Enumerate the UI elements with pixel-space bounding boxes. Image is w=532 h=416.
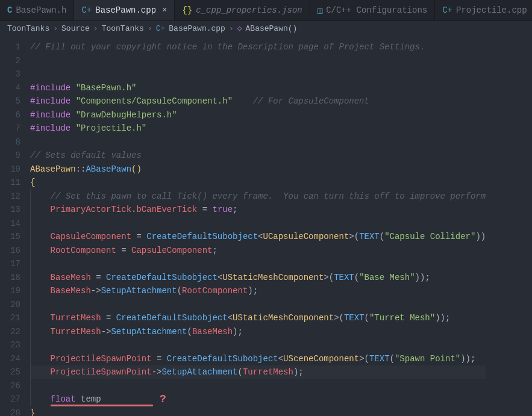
line-number: 20 [5,298,20,312]
line-number: 28 [5,406,20,417]
code-line[interactable]: BaseMesh->SetupAttachment(RootComponent)… [30,284,486,298]
breadcrumb-separator: › [93,24,98,33]
breadcrumb-icon: ◇ [237,23,242,33]
code-line[interactable]: TurretMesh = CreateDefaultSubobject<USta… [30,311,486,325]
code-line[interactable] [30,54,486,68]
code-line[interactable]: RootComponent = CapsuleComponent; [30,244,486,258]
tab-c-cpp-properties-json[interactable]: {}c_cpp_properties.json [175,0,310,20]
breadcrumb-separator: › [229,24,234,33]
line-number: 7 [5,122,20,135]
line-number: 4 [5,81,20,95]
line-number: 3 [5,67,20,81]
code-line[interactable]: #include "BasePawn.h" [30,81,486,95]
tab-label: C/C++ Configurations [326,5,427,15]
line-number: 14 [5,217,20,231]
line-number: 19 [5,284,20,298]
code-line[interactable]: #include "Components/CapsuleComponent.h"… [30,95,486,108]
tab-label: BasePawn.h [16,5,66,15]
line-number: 9 [5,149,20,163]
code-line[interactable] [30,257,486,271]
breadcrumb-item[interactable]: BasePawn.cpp [169,24,225,33]
code-line[interactable]: // Sets default values [30,149,486,163]
line-number: 23 [5,338,20,352]
breadcrumb-item[interactable]: Source [61,24,90,33]
code-line[interactable]: ProjectileSpawnPoint->SetupAttachment(Tu… [30,365,486,379]
line-number: 18 [5,271,20,285]
breadcrumb-item[interactable]: ABasePawn() [246,24,298,33]
code-line[interactable]: PrimaryActorTick.bCanEverTick = true; [30,203,486,217]
breadcrumb-separator: › [148,24,152,33]
code-line[interactable]: ProjectileSpawnPoint = CreateDefaultSubo… [30,352,486,366]
close-icon[interactable]: × [162,5,167,15]
tab-basepawn-cpp[interactable]: C+BasePawn.cpp× [74,0,175,20]
line-number: 26 [5,379,20,393]
file-type-icon: C+ [442,5,452,15]
tab-bar: CBasePawn.hC+BasePawn.cpp×{}c_cpp_proper… [0,0,532,21]
tab-label: BasePawn.cpp [95,5,156,15]
tab-label: Projectile.cpp [456,5,527,15]
code-line[interactable]: float temp? [30,393,486,406]
question-mark-annotation: ? [160,393,166,406]
code-line[interactable]: CapsuleComponent = CreateDefaultSubobjec… [30,230,486,244]
line-number: 17 [5,257,20,271]
code-line[interactable] [30,298,486,312]
code-line[interactable]: #include "DrawDebugHelpers.h" [30,108,486,122]
breadcrumb-item[interactable]: ToonTanks [102,24,144,33]
line-number: 15 [5,230,20,244]
code-line[interactable] [30,338,486,352]
file-type-icon: C+ [81,5,92,15]
line-number: 2 [5,54,20,68]
code-editor: 1234567891011121314151617181920212223242… [0,36,532,416]
line-number: 10 [5,163,20,176]
file-type-icon: {} [182,5,192,15]
line-number: 11 [5,176,20,190]
breadcrumb-separator: › [53,24,58,33]
code-line[interactable] [30,217,486,231]
code-line[interactable]: BaseMesh = CreateDefaultSubobject<UStati… [30,271,486,285]
line-number: 22 [5,325,20,339]
code-line[interactable] [30,379,486,393]
file-type-icon: ◫ [318,5,322,16]
line-number: 8 [5,135,20,149]
line-number: 1 [5,40,20,54]
code-line[interactable]: { [30,176,486,190]
tab-projectile-cpp[interactable]: C+Projectile.cpp [435,0,532,20]
line-number: 16 [5,244,20,258]
code-line[interactable]: } [30,406,486,417]
line-number-gutter: 1234567891011121314151617181920212223242… [0,36,30,416]
code-line[interactable]: // Fill out your copyright notice in the… [30,40,486,54]
line-number: 21 [5,311,20,325]
tab-basepawn-h[interactable]: CBasePawn.h [0,0,74,20]
tab-c-c-configurations[interactable]: ◫C/C++ Configurations [310,0,435,20]
line-number: 5 [5,95,20,108]
breadcrumb[interactable]: ToonTanks›Source›ToonTanks›C+BasePawn.cp… [0,21,532,36]
line-number: 27 [5,393,20,406]
code-line[interactable]: #include "Projectile.h" [30,122,486,135]
code-line[interactable]: ABasePawn::ABasePawn() [30,163,486,176]
code-line[interactable] [30,67,486,81]
breadcrumb-item[interactable]: ToonTanks [7,24,49,33]
code-line[interactable] [30,135,486,149]
file-type-icon: C [7,5,12,15]
line-number: 12 [5,190,20,203]
code-area[interactable]: // Fill out your copyright notice in the… [30,36,486,416]
line-number: 13 [5,203,20,217]
code-line[interactable]: TurretMesh->SetupAttachment(BaseMesh); [30,325,486,339]
line-number: 6 [5,108,20,122]
line-number: 24 [5,352,20,366]
tab-label: c_cpp_properties.json [196,5,302,15]
code-line[interactable]: // Set this pawn to call Tick() every fr… [30,190,486,203]
breadcrumb-icon: C+ [156,24,166,33]
line-number: 25 [5,365,20,379]
